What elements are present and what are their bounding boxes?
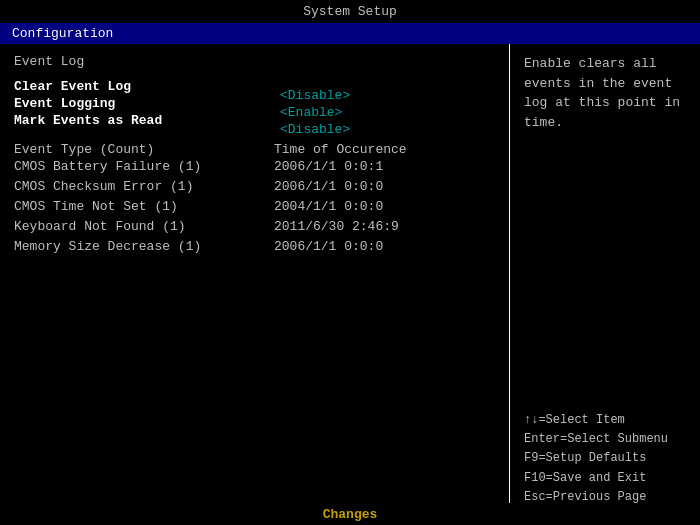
section-title: Event Log bbox=[14, 54, 495, 69]
key-hints: ↑↓=Select Item Enter=Select Submenu F9=S… bbox=[524, 411, 686, 507]
event-row-5-left: Memory Size Decrease (1) bbox=[14, 239, 274, 257]
key-hint-0: ↑↓=Select Item bbox=[524, 411, 686, 430]
mark-events-label[interactable]: Mark Events as Read bbox=[14, 113, 495, 128]
value-clear-event-log[interactable]: <Disable> bbox=[280, 88, 350, 103]
key-hint-3: F10=Save and Exit bbox=[524, 469, 686, 488]
value-event-logging[interactable]: <Enable> bbox=[280, 105, 350, 120]
event-row-3-right: 2004/1/1 0:0:0 bbox=[274, 199, 474, 217]
event-row-2-right: 2006/1/1 0:0:0 bbox=[274, 179, 474, 197]
event-logging-label[interactable]: Event Logging bbox=[14, 96, 495, 111]
tab-configuration[interactable]: Configuration bbox=[6, 25, 119, 42]
event-row-4-left: Keyboard Not Found (1) bbox=[14, 219, 274, 237]
changes-label: Changes bbox=[323, 507, 378, 522]
clear-event-log-label[interactable]: Clear Event Log bbox=[14, 79, 495, 94]
help-text: Enable clears all events in the event lo… bbox=[524, 54, 686, 132]
event-row-2-left: CMOS Checksum Error (1) bbox=[14, 179, 274, 197]
value-mark-events[interactable]: <Disable> bbox=[280, 122, 350, 137]
page-title: System Setup bbox=[303, 4, 397, 19]
col-time-header: Time of Occurence bbox=[274, 142, 474, 157]
event-row-3-left: CMOS Time Not Set (1) bbox=[14, 199, 274, 217]
key-hint-2: F9=Setup Defaults bbox=[524, 449, 686, 468]
key-hint-1: Enter=Select Submenu bbox=[524, 430, 686, 449]
event-row-4-right: 2011/6/30 2:46:9 bbox=[274, 219, 474, 237]
col-event-type-header: Event Type (Count) bbox=[14, 142, 274, 157]
event-row-1-left: CMOS Battery Failure (1) bbox=[14, 159, 274, 177]
event-row-1-right: 2006/1/1 0:0:1 bbox=[274, 159, 474, 177]
event-row-5-right: 2006/1/1 0:0:0 bbox=[274, 239, 474, 257]
